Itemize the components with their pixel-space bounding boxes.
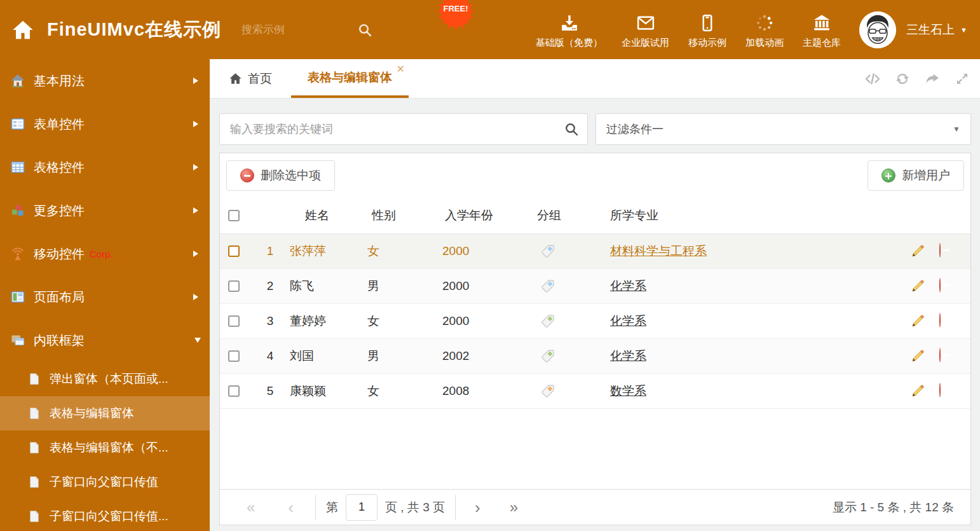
row-name: 张萍萍 <box>285 243 366 259</box>
column-name: 姓名 <box>285 207 366 224</box>
code-icon[interactable] <box>865 71 880 86</box>
envelope-icon <box>636 11 655 32</box>
avatar[interactable] <box>859 11 896 48</box>
edit-icon[interactable] <box>910 383 925 399</box>
table-header: 姓名 性别 入学年份 分组 所学专业 <box>220 198 970 234</box>
sidebar-item[interactable]: 内联框架 <box>0 319 210 362</box>
prev-page-button[interactable] <box>288 499 294 516</box>
header-nav-item[interactable]: 主题仓库 <box>793 11 850 49</box>
header-nav-item[interactable]: 加载动画 <box>736 11 793 49</box>
table-row[interactable]: 3董婷婷女2000化学系 <box>220 304 970 339</box>
table-body: 1张萍萍女2000材料科学与工程系2陈飞男2000化学系3董婷婷女2000化学系… <box>220 234 970 409</box>
chevron-right-icon <box>193 207 198 214</box>
table-row[interactable]: 4刘国男2002化学系 <box>220 339 970 374</box>
header-nav: 基础版（免费）企业版试用移动示例加载动画主题仓库 <box>526 11 850 49</box>
sidebar-item[interactable]: 基本用法 <box>0 59 210 102</box>
edit-icon[interactable] <box>910 348 925 364</box>
sidebar-subitem-label: 子窗口向父窗口传值 <box>50 474 158 490</box>
sidebar-subitem[interactable]: 表格与编辑窗体 <box>0 396 210 431</box>
row-number: 1 <box>255 244 285 258</box>
major-link[interactable]: 化学系 <box>610 279 646 293</box>
grid-panel: 删除选中项 新增用户 姓名 性别 入学年份 分组 所学专业 1张萍萍女2000材… <box>219 153 971 525</box>
add-user-button[interactable]: 新增用户 <box>868 160 964 191</box>
close-icon[interactable] <box>397 63 405 75</box>
tab-home[interactable]: 首页 <box>229 71 272 87</box>
corp-badge: Corp. <box>90 249 113 259</box>
delete-icon[interactable] <box>939 383 955 399</box>
sidebar-subitem[interactable]: 表格与编辑窗体（不... <box>0 431 210 465</box>
header-nav-label: 移动示例 <box>688 37 726 49</box>
brand-home-link[interactable]: FineUIMvc在线示例 <box>0 17 221 43</box>
delete-icon[interactable] <box>939 279 955 294</box>
first-page-button[interactable] <box>247 500 255 515</box>
sidebar-subitem-label: 表格与编辑窗体 <box>50 405 134 422</box>
file-icon <box>28 441 41 454</box>
edit-icon[interactable] <box>910 314 925 329</box>
major-link[interactable]: 数学系 <box>610 384 646 397</box>
keyword-search <box>219 113 588 145</box>
expand-icon[interactable] <box>955 71 970 86</box>
major-link[interactable]: 材料科学与工程系 <box>610 244 707 258</box>
pagination-bar: 第 页 , 共 3 页 显示 1 - 5 条 , 共 12 条 <box>220 489 970 525</box>
sidebar-item-label: 表单控件 <box>34 116 85 133</box>
grid-toolbar: 删除选中项 新增用户 <box>220 153 970 198</box>
sidebar-item-label: 基本用法 <box>34 72 85 90</box>
edit-icon[interactable] <box>910 279 925 294</box>
sidebar-item[interactable]: 页面布局 <box>0 275 210 319</box>
refresh-icon[interactable] <box>895 71 910 86</box>
row-checkbox[interactable] <box>228 245 240 257</box>
add-user-label: 新增用户 <box>902 167 950 184</box>
select-all-checkbox[interactable] <box>228 210 240 221</box>
header-nav-item[interactable]: 移动示例 <box>679 11 736 49</box>
share-icon[interactable] <box>925 71 940 86</box>
tag-icon <box>540 279 555 294</box>
delete-icon[interactable] <box>939 348 955 364</box>
file-icon <box>28 407 41 420</box>
sidebar-item[interactable]: 移动控件Corp. <box>0 232 210 275</box>
delete-icon[interactable] <box>939 314 955 329</box>
search-icon[interactable] <box>357 22 372 38</box>
user-menu[interactable]: 三生石上 <box>859 11 967 48</box>
page-number-input[interactable] <box>346 494 378 521</box>
app-header: FineUIMvc在线示例 FREE! 基础版（免费）企业版试用移动示例加载动画… <box>0 0 980 59</box>
edit-icon[interactable] <box>910 244 925 259</box>
mobile-icon <box>698 11 717 32</box>
sidebar-item[interactable]: 更多控件 <box>0 189 210 232</box>
sidebar-subitem-label: 表格与编辑窗体（不... <box>50 439 168 456</box>
sidebar-subitem[interactable]: 子窗口向父窗口传值 <box>0 465 210 499</box>
table-row[interactable]: 1张萍萍女2000材料科学与工程系 <box>220 234 970 269</box>
tab-grid-edit-window[interactable]: 表格与编辑窗体 <box>291 59 409 98</box>
sidebar-item[interactable]: 表单控件 <box>0 102 210 146</box>
sidebar-subitem[interactable]: 子窗口向父窗口传值... <box>0 499 210 531</box>
search-icon[interactable] <box>564 121 579 137</box>
last-page-button[interactable] <box>510 500 518 515</box>
row-checkbox[interactable] <box>228 315 240 327</box>
table-row[interactable]: 2陈飞男2000化学系 <box>220 269 970 304</box>
major-link[interactable]: 化学系 <box>610 314 646 328</box>
sidebar-item[interactable]: 表格控件 <box>0 146 210 189</box>
row-checkbox[interactable] <box>228 280 240 292</box>
row-checkbox[interactable] <box>228 350 240 362</box>
row-checkbox[interactable] <box>228 385 240 397</box>
delete-selected-button[interactable]: 删除选中项 <box>226 160 335 191</box>
chevron-right-icon <box>193 164 198 170</box>
delete-icon[interactable] <box>939 244 955 259</box>
sidebar-subitem[interactable]: 弹出窗体（本页面或... <box>0 362 210 396</box>
header-nav-label: 基础版（免费） <box>536 37 602 49</box>
major-link[interactable]: 化学系 <box>610 349 646 362</box>
header-nav-item[interactable]: 基础版（免费） <box>526 11 612 49</box>
table-row[interactable]: 5康颖颖女2008数学系 <box>220 374 970 409</box>
header-nav-item[interactable]: 企业版试用 <box>612 11 679 49</box>
tab-actions <box>865 71 970 86</box>
username[interactable]: 三生石上 <box>906 22 955 38</box>
delete-selected-label: 删除选中项 <box>261 167 321 184</box>
header-checkbox-cell <box>220 210 255 221</box>
header-search-input[interactable] <box>242 24 337 36</box>
next-page-button[interactable] <box>475 499 480 516</box>
row-entry-year: 2000 <box>441 279 531 293</box>
keyword-search-input[interactable] <box>219 113 588 145</box>
tag-icon <box>540 244 555 259</box>
file-icon <box>28 476 41 488</box>
frames-icon <box>10 333 25 348</box>
filter-dropdown[interactable]: 过滤条件一 <box>595 113 971 145</box>
